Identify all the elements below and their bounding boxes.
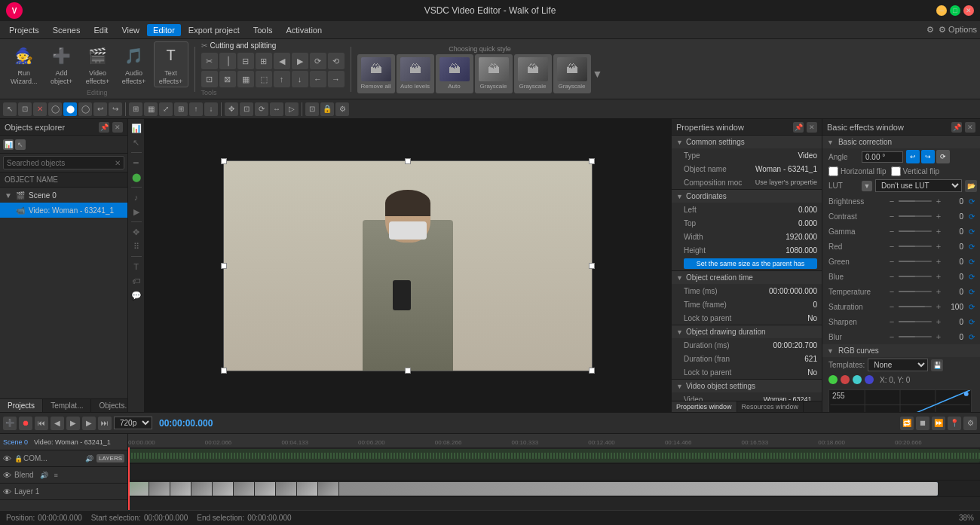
com-clip[interactable] (128, 449, 980, 462)
run-wizard-button[interactable]: 🧙 RunWizard... (6, 42, 42, 87)
tl-add-track-btn[interactable]: ➕ (3, 417, 17, 430)
tb-redo-btn[interactable]: ↪ (109, 102, 122, 116)
blue-reset[interactable]: ⟳ (966, 273, 977, 281)
qs-dropdown-arrow[interactable]: ▼ (593, 54, 603, 93)
brightness-slider[interactable] (899, 200, 932, 202)
blur-slider[interactable] (899, 336, 932, 337)
tab-resources[interactable]: Resources window (737, 401, 804, 412)
qs-auto-levels[interactable]: 🏔 Auto levels (397, 54, 434, 93)
red-reset[interactable]: ⟳ (966, 243, 977, 251)
options-label[interactable]: ⚙ Options (939, 25, 977, 35)
maximize-button[interactable]: □ (950, 5, 960, 16)
handle-tl[interactable] (221, 158, 227, 164)
close-button[interactable]: ✕ (963, 5, 974, 16)
contrast-reset[interactable]: ⟳ (966, 212, 977, 221)
video-settings-header[interactable]: ▼ Video object settings (672, 380, 822, 392)
tb-select-btn[interactable]: ⊡ (18, 102, 32, 116)
brightness-minus[interactable]: − (888, 197, 896, 206)
blur-minus[interactable]: − (888, 332, 896, 341)
layer1-eye-btn[interactable]: 👁 (3, 487, 11, 496)
obj-arrow-btn[interactable]: ↖ (15, 139, 26, 150)
green-slider[interactable] (899, 261, 932, 262)
viz-text-icon[interactable]: T (130, 261, 142, 273)
cut-btn-10[interactable]: ⊠ (219, 71, 236, 87)
cut-btn-5[interactable]: ◀ (274, 53, 290, 69)
v-flip-input[interactable] (891, 166, 901, 176)
video-canvas[interactable] (223, 160, 593, 371)
tb-undo-btn[interactable]: ↩ (93, 102, 107, 116)
qs-grayscale3[interactable]: 🏔 Grayscale (553, 54, 591, 93)
menu-activation[interactable]: Activation (280, 24, 328, 36)
rgb-templ-select[interactable]: None (868, 359, 928, 371)
tb-rotate-btn[interactable]: ⟳ (255, 102, 268, 116)
tb-grid-btn[interactable]: ▦ (144, 102, 158, 116)
menu-export[interactable]: Export project (182, 24, 246, 36)
red-minus[interactable]: − (888, 242, 896, 251)
viz-note-icon[interactable]: ♪ (130, 191, 142, 203)
tl-stop-btn[interactable]: ⏹ (916, 417, 929, 430)
common-settings-header[interactable]: ▼ Common settings (672, 136, 822, 148)
minimize-button[interactable]: ─ (936, 5, 947, 16)
basic-correction-header[interactable]: ▼ Basic correction (822, 136, 980, 148)
cut-btn-9[interactable]: ⊡ (201, 71, 218, 87)
cut-btn-14[interactable]: ↓ (292, 71, 308, 87)
qs-grayscale2[interactable]: 🏔 Grayscale (514, 54, 552, 93)
cut-btn-7[interactable]: ⟳ (310, 53, 326, 69)
same-size-btn[interactable]: Set the same size as the parent has (684, 258, 817, 269)
tl-play-btn[interactable]: ▶ (66, 417, 80, 430)
cut-btn-12[interactable]: ⬚ (256, 71, 272, 87)
menu-edit[interactable]: Edit (87, 24, 114, 36)
creation-header[interactable]: ▼ Object creation time (672, 271, 822, 284)
cut-btn-13[interactable]: ↑ (274, 71, 290, 87)
viz-circle-fill-icon[interactable]: ⬤ (130, 171, 142, 183)
cut-btn-16[interactable]: → (328, 71, 345, 87)
effects-pin-btn[interactable]: 📌 (951, 122, 962, 133)
contrast-slider[interactable] (899, 215, 932, 217)
temperature-minus[interactable]: − (888, 287, 896, 296)
cut-btn-8[interactable]: ⟲ (328, 53, 345, 69)
blue-slider[interactable] (899, 276, 932, 277)
viz-move-icon[interactable]: ✥ (130, 226, 142, 238)
tb-lock-btn[interactable]: 🔒 (320, 102, 334, 116)
tb-circle-btn[interactable]: ◯ (48, 102, 62, 116)
temperature-plus[interactable]: + (935, 287, 942, 296)
contrast-plus[interactable]: + (935, 212, 942, 221)
green-plus[interactable]: + (935, 257, 942, 266)
rgb-dot-teal[interactable] (853, 375, 862, 384)
contrast-minus[interactable]: − (888, 212, 896, 221)
video-effects-button[interactable]: 🎬 Videoeffects+ (81, 42, 115, 87)
menu-view[interactable]: View (115, 24, 145, 36)
horizontal-flip-checkbox[interactable]: Horizontal flip (828, 166, 887, 176)
cut-btn-11[interactable]: ▦ (237, 71, 254, 87)
cut-btn-6[interactable]: ▶ (292, 53, 308, 69)
add-object-button[interactable]: ➕ Addobject+ (45, 42, 78, 87)
qs-remove-all[interactable]: 🏔 Remove all (357, 54, 395, 93)
tb-add-btn[interactable]: ⊞ (129, 102, 142, 116)
handle-bc[interactable] (405, 368, 411, 374)
handle-br[interactable] (589, 368, 595, 374)
angle-cw-btn[interactable]: ↩ (906, 150, 920, 163)
rgb-curves-header[interactable]: ▼ RGB curves (822, 344, 980, 357)
menu-projects[interactable]: Projects (3, 24, 45, 36)
tl-rec-btn[interactable]: ⏺ (19, 417, 32, 430)
coordinates-header[interactable]: ▼ Coordinates (672, 190, 822, 203)
tab-objects[interactable]: Objects... (91, 399, 128, 412)
handle-bl[interactable] (221, 368, 227, 374)
drawing-header[interactable]: ▼ Object drawing duration (672, 325, 822, 338)
viz-label-icon[interactable]: 🏷 (130, 275, 142, 287)
prop-pin-btn[interactable]: 📌 (793, 122, 804, 133)
green-reset[interactable]: ⟳ (966, 258, 977, 266)
tl-skip-btn[interactable]: ⏩ (932, 417, 945, 430)
handle-tc[interactable] (405, 158, 411, 164)
tb-delete-btn[interactable]: ✕ (33, 102, 47, 116)
rgb-templ-save-btn[interactable]: 💾 (931, 359, 943, 371)
blue-minus[interactable]: − (888, 272, 896, 281)
viz-bubble-icon[interactable]: 💬 (130, 289, 142, 301)
search-input[interactable] (7, 159, 115, 167)
tl-next-frame-btn[interactable]: ▶ (82, 417, 96, 430)
audio-effects-button[interactable]: 🎵 Audioeffects+ (118, 42, 151, 87)
sharpen-plus[interactable]: + (935, 317, 942, 326)
lut-load-btn[interactable]: 📂 (965, 180, 977, 192)
saturation-reset[interactable]: ⟳ (966, 303, 977, 311)
tab-templates[interactable]: Templat... (43, 399, 91, 412)
